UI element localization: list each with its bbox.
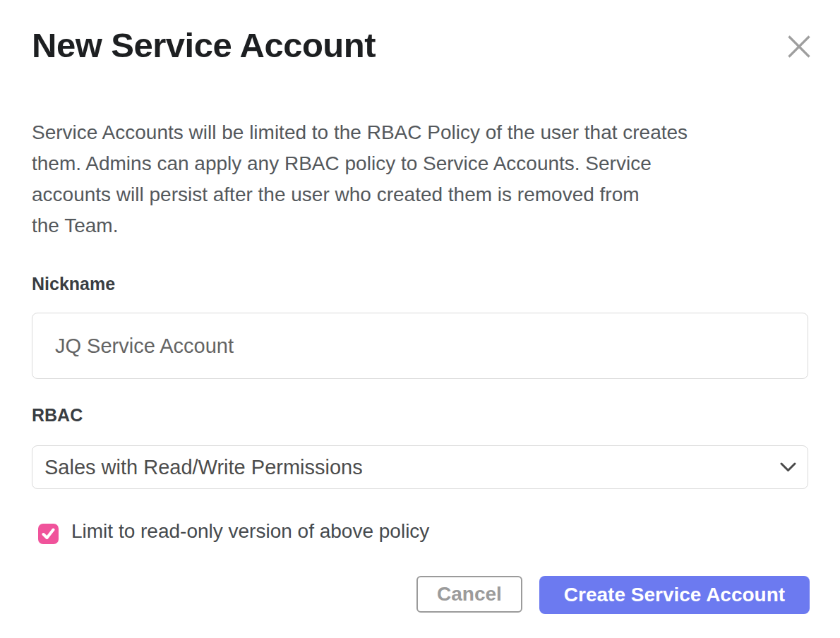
modal-description: Service Accounts will be limited to the … xyxy=(32,117,815,241)
chevron-down-icon xyxy=(780,462,796,472)
description-line: accounts will persist after the user who… xyxy=(32,179,815,210)
cancel-button[interactable]: Cancel xyxy=(416,576,522,613)
nickname-input[interactable] xyxy=(32,313,808,379)
rbac-label: RBAC xyxy=(32,405,83,426)
close-icon xyxy=(787,35,811,59)
close-button[interactable] xyxy=(782,30,816,64)
read-only-checkbox-label[interactable]: Limit to read-only version of above poli… xyxy=(71,520,429,543)
modal-title: New Service Account xyxy=(32,25,376,65)
read-only-checkbox[interactable] xyxy=(38,524,59,544)
rbac-select[interactable]: Sales with Read/Write Permissions xyxy=(32,445,808,489)
description-line: the Team. xyxy=(32,210,815,241)
nickname-label: Nickname xyxy=(32,274,115,294)
description-line: them. Admins can apply any RBAC policy t… xyxy=(32,148,815,179)
new-service-account-modal: New Service Account Service Accounts wil… xyxy=(0,0,840,638)
create-service-account-button[interactable]: Create Service Account xyxy=(539,576,810,614)
rbac-selected-option: Sales with Read/Write Permissions xyxy=(44,456,363,479)
check-icon xyxy=(41,526,56,541)
description-line: Service Accounts will be limited to the … xyxy=(32,117,815,148)
